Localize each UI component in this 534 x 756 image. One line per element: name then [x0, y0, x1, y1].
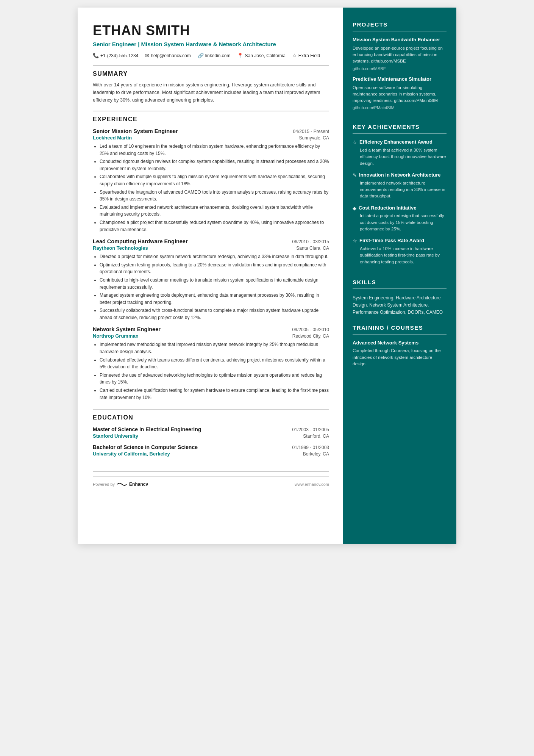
bullet: Collaborated effectively with teams acro… [100, 357, 329, 371]
achievement-3-icon: ◆ [353, 205, 356, 211]
achievements-divider [353, 133, 447, 134]
achievements-title: KEY ACHIEVEMENTS [353, 124, 447, 130]
bullet: Optimized system testing protocols, lead… [100, 261, 329, 275]
bullet: Evaluated and implemented network archit… [100, 204, 329, 218]
bullet: Pioneered the use of advanced networking… [100, 372, 329, 386]
project-2-title: Predictive Maintenance Simulator [353, 76, 447, 83]
job-1-company: Lockheed Martin [93, 135, 132, 141]
summary-section: SUMMARY With over 14 years of experience… [93, 70, 329, 104]
training-1-title: Advanced Network Systems [353, 340, 447, 346]
edu-2-degree: Bachelor of Science in Computer Science [93, 444, 198, 450]
achievement-2-desc: Implemented network architecture improve… [353, 180, 447, 200]
education-title: EDUCATION [93, 414, 329, 421]
job-3-dates: 09/2005 - 05/2010 [292, 327, 329, 332]
job-2-bullets: Directed a project for mission system ne… [93, 253, 329, 321]
project-1-desc: Developed an open-source project focusin… [353, 45, 447, 65]
project-2-link: github.com/PMaintSIM [353, 105, 447, 110]
bullet: Spearheaded the integration of advanced … [100, 189, 329, 203]
experience-title: EXPERIENCE [93, 116, 329, 123]
job-2-location: Santa Clara, CA [296, 246, 329, 251]
job-1-bullets: Led a team of 10 engineers in the redesi… [93, 143, 329, 233]
job-3-company: Northrop Grumman [93, 333, 139, 339]
location-item: 📍 San Jose, California [237, 53, 285, 58]
summary-text: With over 14 years of experience in miss… [93, 81, 329, 104]
bullet: Carried out extensive qualification test… [100, 387, 329, 401]
job-2-company: Raytheon Technologies [93, 245, 148, 251]
skills-divider [353, 288, 447, 289]
job-1-title: Senior Mission System Engineer [93, 128, 178, 134]
linkedin-item: 🔗 linkedin.com [198, 53, 231, 58]
achievement-1-title: Efficiency Enhancement Award [359, 139, 433, 146]
job-3-bullets: Implemented new methodologies that impro… [93, 341, 329, 401]
training-divider [353, 334, 447, 335]
phone-number: +1-(234)-555-1234 [100, 53, 138, 58]
education-section: EDUCATION Master of Science in Electrica… [93, 414, 329, 457]
job-3: Network System Engineer 09/2005 - 05/201… [93, 326, 329, 401]
education-divider [93, 409, 329, 410]
edu-1: Master of Science in Electrical Engineer… [93, 426, 329, 439]
footer-website: www.enhancv.com [295, 482, 329, 487]
training-title: TRAINING / COURSES [353, 324, 447, 331]
email-item: ✉ help@enhancv.com [145, 53, 190, 58]
achievement-1: ☆ Efficiency Enhancement Award Led a tea… [353, 139, 447, 167]
email-icon: ✉ [145, 53, 149, 58]
skills-title: SKILLS [353, 279, 447, 285]
training-1: Advanced Network Systems Completed throu… [353, 340, 447, 367]
powered-by-label: Powered by [93, 482, 115, 487]
achievement-4: ☆ First-Time Pass Rate Award Achieved a … [353, 238, 447, 265]
brand-name: Enhancv [129, 482, 148, 487]
job-2-title: Lead Computing Hardware Engineer [93, 238, 188, 244]
edu-2-location: Berkeley, CA [303, 451, 329, 457]
enhancv-logo-icon [117, 481, 127, 487]
candidate-title: Senior Engineer | Mission System Hardwar… [93, 40, 329, 48]
location-icon: 📍 [237, 53, 243, 58]
email-address: help@enhancv.com [151, 53, 190, 58]
edu-1-dates: 01/2003 - 01/2005 [292, 427, 329, 432]
achievement-4-title: First-Time Pass Rate Award [359, 238, 424, 244]
achievement-1-icon: ☆ [353, 139, 357, 145]
experience-section: EXPERIENCE Senior Mission System Enginee… [93, 116, 329, 402]
bullet: Championed a pilot project that successf… [100, 219, 329, 233]
location-text: San Jose, California [245, 53, 285, 58]
job-1: Senior Mission System Engineer 04/2015 -… [93, 128, 329, 233]
left-footer: Powered by Enhancv www.enhancv.com [93, 457, 329, 487]
edu-2: Bachelor of Science in Computer Science … [93, 444, 329, 457]
project-1: Mission System Bandwidth Enhancer Develo… [353, 37, 447, 71]
project-1-title: Mission System Bandwidth Enhancer [353, 37, 447, 43]
bullet: Collaborated with multiple suppliers to … [100, 173, 329, 187]
achievement-2: ✎ Innovation in Network Architecture Imp… [353, 172, 447, 200]
footer-divider [93, 471, 329, 472]
project-2: Predictive Maintenance Simulator Open so… [353, 76, 447, 110]
job-1-dates: 04/2015 - Present [293, 129, 329, 134]
extra-field: Extra Field [298, 53, 320, 58]
extra-item: ☆ Extra Field [292, 53, 320, 58]
candidate-name: ETHAN SMITH [93, 23, 329, 39]
achievement-2-icon: ✎ [353, 172, 357, 178]
achievement-4-icon: ☆ [353, 238, 357, 244]
bullet: Managed system engineering tools deploym… [100, 292, 329, 306]
summary-title: SUMMARY [93, 70, 329, 77]
job-3-location: Redwood City, CA [292, 333, 329, 339]
achievement-3-desc: Initiated a project redesign that succes… [353, 213, 447, 232]
training-section: TRAINING / COURSES Advanced Network Syst… [353, 324, 447, 367]
bullet: Contributed to high-level customer meeti… [100, 277, 329, 291]
job-1-location: Sunnyvale, CA [299, 135, 329, 141]
bullet: Implemented new methodologies that impro… [100, 341, 329, 355]
experience-divider [93, 111, 329, 111]
project-2-desc: Open source software for simulating main… [353, 85, 447, 104]
projects-section: PROJECTS Mission System Bandwidth Enhanc… [353, 21, 447, 115]
edu-2-school: University of California, Berkeley [93, 451, 170, 457]
training-1-desc: Completed through Coursera, focusing on … [353, 347, 447, 367]
bullet: Conducted rigorous design reviews for co… [100, 158, 329, 172]
resume-container: ETHAN SMITH Senior Engineer | Mission Sy… [78, 8, 456, 544]
projects-divider [353, 31, 447, 31]
bullet: Directed a project for mission system ne… [100, 253, 329, 260]
job-3-title: Network System Engineer [93, 326, 161, 332]
bullet: Successfully collaborated with cross-fun… [100, 307, 329, 321]
skills-section: SKILLS System Engineering, Hardware Arch… [353, 279, 447, 316]
achievement-2-title: Innovation in Network Architecture [359, 172, 441, 178]
footer-logo: Powered by Enhancv [93, 481, 148, 487]
linkedin-icon: 🔗 [198, 53, 204, 58]
contact-row: 📞 +1-(234)-555-1234 ✉ help@enhancv.com 🔗… [93, 53, 329, 58]
header-section: ETHAN SMITH Senior Engineer | Mission Sy… [93, 23, 329, 58]
